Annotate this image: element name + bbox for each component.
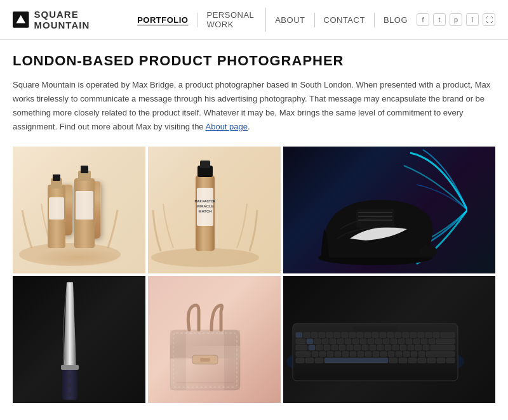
main-nav: PORTFOLIO PERSONAL WORK ABOUT CONTACT BL… [128,8,417,32]
gallery-item-shoe[interactable] [283,147,495,273]
svg-rect-96 [415,345,422,350]
svg-rect-66 [330,339,336,344]
svg-rect-58 [418,332,424,338]
nav-contact[interactable]: CONTACT [315,13,375,27]
svg-rect-86 [339,345,345,350]
knife-svg [13,276,127,403]
svg-rect-53 [380,332,386,338]
svg-rect-8 [81,166,88,173]
svg-rect-89 [362,345,368,350]
svg-rect-108 [373,351,379,357]
other-social-icon[interactable]: ⛶ [483,13,495,26]
svg-rect-9 [49,197,64,220]
svg-point-27 [68,383,72,387]
site-header: SQUARE MOUNTAIN PORTFOLIO PERSONAL WORK … [0,0,508,40]
svg-rect-34 [224,330,240,390]
gallery-item-bag[interactable] [148,276,281,403]
about-page-link[interactable]: About page [206,122,248,131]
svg-rect-126 [446,358,455,363]
svg-rect-121 [399,358,407,363]
svg-rect-130 [324,358,388,363]
svg-rect-114 [418,351,425,357]
svg-rect-10 [76,191,93,220]
svg-text:MATCH: MATCH [198,209,211,213]
gallery-item-foundation-1[interactable] [13,147,145,273]
svg-rect-20 [356,209,394,228]
photo-gallery: MAX FACTOR MIRACLE MATCH [13,147,495,403]
svg-rect-44 [311,332,318,338]
instagram-icon[interactable]: i [466,13,479,26]
svg-rect-102 [327,351,333,357]
svg-text:MAX FACTOR: MAX FACTOR [194,199,215,203]
foundation-2-svg: MAX FACTOR MIRACLE MATCH [148,147,262,273]
nav-portfolio[interactable]: PORTFOLIO [128,13,197,27]
svg-rect-47 [334,332,340,338]
social-icons: f t p i ⛶ [417,13,495,26]
page-title: LONDON-BASED PRODUCT PHOTOGRAPHER [13,53,495,69]
svg-rect-94 [400,345,406,350]
description-text-2: . [248,122,250,131]
svg-rect-120 [389,358,398,363]
svg-rect-43 [304,332,310,338]
svg-point-28 [68,392,72,396]
svg-rect-76 [406,339,412,344]
svg-rect-93 [392,345,399,350]
svg-rect-112 [403,351,410,357]
svg-rect-85 [331,345,338,350]
svg-point-2 [19,243,121,266]
svg-point-26 [68,374,72,378]
logo-icon [13,11,29,29]
keyboard-svg [283,276,467,403]
pinterest-icon[interactable]: p [450,13,462,26]
svg-rect-78 [421,339,427,344]
svg-rect-59 [425,332,432,338]
svg-rect-50 [357,332,363,338]
svg-rect-81 [296,345,307,350]
svg-rect-52 [372,332,378,338]
gallery-row-1: MAX FACTOR MIRACLE MATCH [13,147,495,273]
svg-rect-127 [296,332,302,338]
svg-rect-71 [368,339,374,344]
twitter-icon[interactable]: t [433,13,446,26]
svg-rect-104 [342,351,349,357]
svg-rect-61 [441,332,455,338]
svg-rect-91 [377,345,384,350]
gallery-item-knife[interactable] [13,276,145,403]
logo[interactable]: SQUARE MOUNTAIN [13,9,128,30]
svg-rect-118 [315,358,323,363]
svg-rect-115 [426,351,455,357]
svg-rect-88 [354,345,361,350]
svg-rect-111 [396,351,402,357]
svg-rect-55 [395,332,401,338]
nav-about[interactable]: ABOUT [266,13,314,27]
main-content: LONDON-BASED PRODUCT PHOTOGRAPHER Square… [0,40,508,403]
shoe-svg [283,147,467,273]
intro-description: Square Mountain is operated by Max Bridg… [13,78,495,134]
nav-personal-work[interactable]: PERSONAL WORK [197,8,266,32]
bag-svg [148,276,262,403]
gallery-item-keyboard[interactable] [283,276,495,403]
svg-rect-62 [296,339,305,344]
gallery-item-foundation-2[interactable]: MAX FACTOR MIRACLE MATCH [148,147,281,273]
svg-rect-5 [53,174,60,181]
svg-rect-106 [358,351,364,357]
svg-rect-33 [170,330,186,390]
facebook-icon[interactable]: f [417,13,429,26]
svg-rect-117 [305,358,314,363]
svg-rect-98 [431,345,455,350]
svg-rect-128 [307,339,313,344]
svg-rect-110 [388,351,394,357]
svg-rect-95 [408,345,414,350]
svg-rect-64 [314,339,321,344]
svg-rect-87 [347,345,353,350]
svg-rect-103 [335,351,341,357]
svg-rect-99 [296,351,311,357]
svg-rect-49 [349,332,356,338]
svg-rect-48 [342,332,348,338]
svg-rect-122 [408,358,417,363]
svg-rect-107 [365,351,371,357]
foundation-1-svg [13,147,127,273]
svg-rect-80 [436,339,455,344]
nav-blog[interactable]: BLOG [375,13,417,27]
svg-rect-129 [309,345,315,350]
